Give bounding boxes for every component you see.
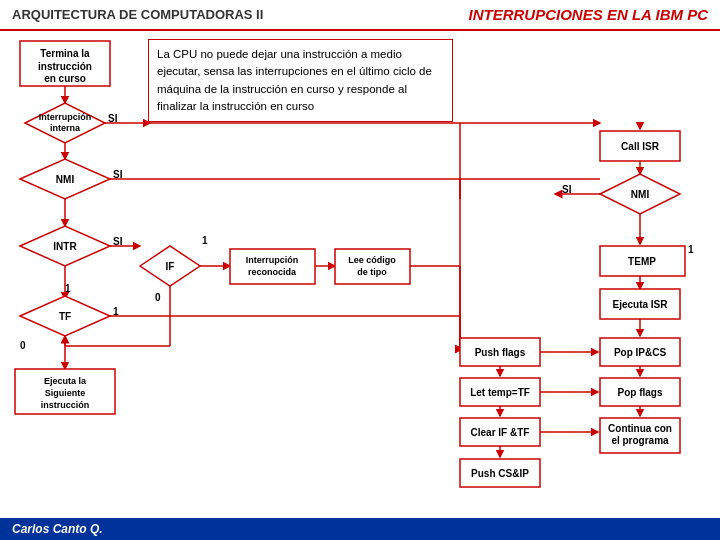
svg-rect-71 (460, 338, 540, 366)
description-box: La CPU no puede dejar una instrucción a … (148, 39, 453, 122)
svg-text:de tipo: de tipo (357, 267, 387, 277)
svg-text:SI: SI (108, 113, 118, 124)
svg-rect-77 (600, 378, 680, 406)
svg-text:Call ISR: Call ISR (621, 141, 660, 152)
svg-text:INTR: INTR (53, 241, 77, 252)
svg-rect-79 (460, 418, 540, 446)
svg-rect-64 (600, 246, 685, 276)
svg-text:Termina la: Termina la (40, 48, 90, 59)
svg-marker-60 (600, 174, 680, 214)
svg-text:0: 0 (155, 292, 161, 303)
svg-rect-57 (600, 131, 680, 161)
svg-rect-81 (600, 418, 680, 453)
svg-rect-53 (15, 369, 115, 414)
svg-text:en curso: en curso (44, 73, 86, 84)
svg-text:Siguiente: Siguiente (45, 388, 86, 398)
footer: Carlos Canto Q. (0, 518, 720, 540)
svg-text:NMI: NMI (56, 174, 75, 185)
svg-text:1: 1 (113, 306, 119, 317)
svg-text:SI: SI (113, 236, 123, 247)
svg-text:Push flags: Push flags (475, 347, 526, 358)
svg-text:1: 1 (202, 235, 208, 246)
svg-marker-22 (20, 226, 110, 266)
svg-text:NMI: NMI (631, 189, 650, 200)
main-content: La CPU no puede dejar una instrucción a … (0, 31, 720, 531)
svg-text:0: 0 (20, 340, 26, 351)
svg-text:Ejecuta la: Ejecuta la (44, 376, 87, 386)
svg-rect-2 (20, 41, 110, 86)
svg-rect-69 (600, 289, 680, 319)
header: ARQUITECTURA DE COMPUTADORAS II INTERRUP… (0, 0, 720, 31)
svg-rect-84 (460, 459, 540, 487)
svg-text:TF: TF (59, 311, 71, 322)
description-text: La CPU no puede dejar una instrucción a … (157, 48, 432, 112)
svg-text:Ejecuta ISR: Ejecuta ISR (612, 299, 668, 310)
svg-text:IF: IF (166, 261, 175, 272)
svg-text:Lee código: Lee código (348, 255, 396, 265)
svg-text:Interrupción: Interrupción (246, 255, 299, 265)
svg-text:1: 1 (65, 283, 71, 294)
svg-text:reconocida: reconocida (248, 267, 297, 277)
svg-text:SI: SI (113, 169, 123, 180)
svg-text:Let temp=TF: Let temp=TF (470, 387, 530, 398)
svg-text:1: 1 (688, 244, 694, 255)
svg-text:Push CS&IP: Push CS&IP (471, 468, 529, 479)
header-title-right: INTERRUPCIONES EN LA IBM PC (360, 6, 708, 23)
svg-text:Pop flags: Pop flags (617, 387, 662, 398)
svg-marker-45 (20, 296, 110, 336)
svg-rect-73 (600, 338, 680, 366)
footer-label: Carlos Canto Q. (12, 522, 103, 536)
svg-marker-7 (25, 103, 105, 143)
svg-text:Pop IP&CS: Pop IP&CS (614, 347, 667, 358)
svg-rect-34 (230, 249, 315, 284)
svg-text:SI: SI (562, 184, 572, 195)
svg-text:instrucción: instrucción (38, 61, 92, 72)
svg-text:TEMP: TEMP (628, 256, 656, 267)
header-title-left: ARQUITECTURA DE COMPUTADORAS II (12, 7, 360, 22)
svg-marker-26 (140, 246, 200, 286)
svg-text:Interrupción: Interrupción (39, 112, 92, 122)
svg-text:el programa: el programa (611, 435, 669, 446)
svg-text:Continua con: Continua con (608, 423, 672, 434)
svg-text:interna: interna (50, 123, 81, 133)
svg-rect-38 (335, 249, 410, 284)
svg-text:instrucción: instrucción (41, 400, 90, 410)
svg-text:Clear IF &TF: Clear IF &TF (471, 427, 530, 438)
svg-rect-75 (460, 378, 540, 406)
svg-marker-16 (20, 159, 110, 199)
